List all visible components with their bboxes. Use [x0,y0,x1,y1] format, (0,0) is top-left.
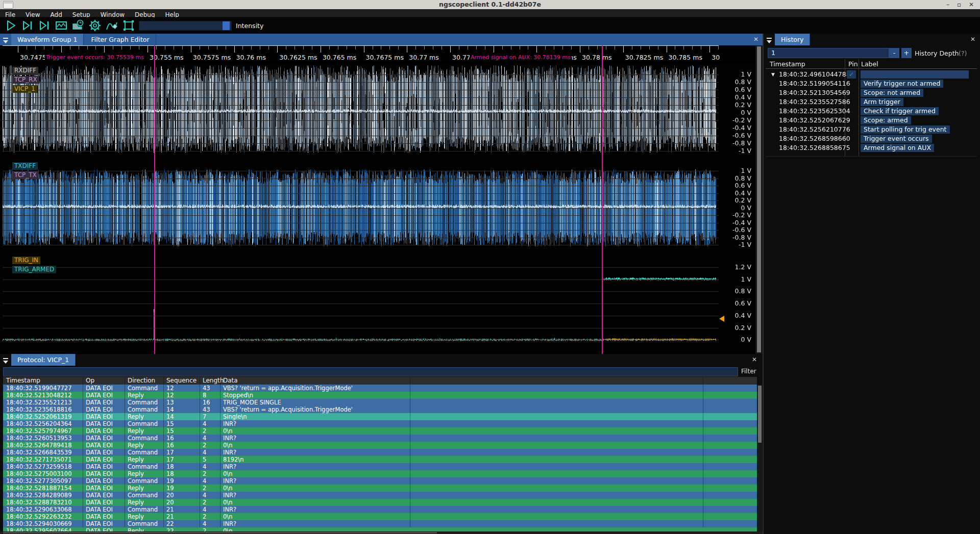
channel-label-txdiff[interactable]: TXDIFF [12,162,38,170]
protocol-row[interactable]: 18:40:32.5275003100DATA EOIReply1820\n [3,470,757,478]
trigger-setup-icon[interactable] [105,19,118,32]
channel-label-trig_armed[interactable]: TRIG_ARMED [12,266,56,273]
tab-waveform-group-1[interactable]: Waveform Group 1 [11,34,84,45]
protocol-row[interactable]: 18:40:32.5290633068DATA EOICommand214INR… [3,506,757,514]
history-column-label[interactable]: Label [861,60,878,68]
channel-label-vicp_1[interactable]: VICP_1 [12,85,37,93]
protocol-column-timestamp[interactable]: Timestamp [6,377,40,385]
protocol-row[interactable]: 18:40:32.5235618816DATA EOICommand1443VB… [3,406,757,414]
protocol-cell: DATA EOI [86,385,113,392]
history-label[interactable]: Verify trigger not armed [861,80,943,88]
protocol-row[interactable]: 18:40:32.5266843539DATA EOICommand174INR… [3,449,757,456]
expand-triangle-icon[interactable]: ▼ [771,72,775,77]
protocol-row[interactable]: 18:40:32.5264789418DATA EOIReply1620\n [3,442,757,449]
history-timestamp[interactable]: 18:40:32.5235625304 [779,107,850,115]
protocol-window-close-icon[interactable]: ✕ [750,355,758,364]
intensity-slider-handle[interactable] [223,21,230,30]
fullscreen-icon[interactable] [122,19,135,32]
time-tick-minor [329,46,330,49]
history-column-pin[interactable]: Pin [848,60,858,68]
protocol-cell: 18:40:32.5284289089 [6,492,71,499]
protocol-row[interactable]: 18:40:32.5294030669DATA EOICommand224INR… [3,520,757,528]
protocol-row[interactable]: 18:40:32.5271735071DATA EOIReply1758192\… [3,456,757,464]
protocol-vertical-scrollbar[interactable] [757,385,762,531]
protocol-row[interactable]: 18:40:32.5252061319DATA EOIReply147Singl… [3,413,757,421]
history-timestamp[interactable]: 18:40:32.5268858675 [779,144,850,151]
protocol-row[interactable]: 18:40:32.5273259518DATA EOICommand184INR… [3,463,757,471]
protocol-row[interactable]: 18:40:32.5213048212DATA EOIReply128Stopp… [3,392,757,399]
waveform-history-icon[interactable] [55,19,68,32]
pin-checkbox[interactable]: ✓ [847,70,856,79]
protocol-filter-input[interactable] [3,367,738,376]
protocol-row[interactable]: 18:40:32.5295607664DATA EOIReply2220\n [3,527,757,531]
channel-label-tcp_rx[interactable]: TCP_RX [12,76,39,84]
intensity-slider[interactable] [139,21,232,31]
history-timestamp[interactable]: 18:40:32.5252067629 [779,116,850,124]
protocol-horizontal-scrollbar[interactable] [0,531,763,534]
column-divider [163,377,164,527]
waveform-vertical-scrollbar[interactable] [755,45,763,354]
protocol-row[interactable]: 18:40:32.5199047727DATA EOICommand1243VB… [3,385,757,392]
timebase-clock-icon[interactable] [71,19,85,32]
waveform-canvas[interactable] [0,63,763,354]
time-axis[interactable]: 30.7475 ms30.75 ms30.7525 ms30.755 ms30.… [0,45,763,63]
time-tick [667,46,667,53]
collapse-arrow-icon[interactable] [3,36,9,43]
protocol-cell: 18:40:32.5295607664 [6,527,71,531]
force-trigger-icon[interactable] [38,19,51,32]
history-timestamp[interactable]: 18:40:32.5199054116 [779,80,850,87]
settings-gear-icon[interactable] [88,19,102,32]
waveform-plots[interactable]: 1 V0.8 V0.6 V0.4 V0.2 V0 V-0.2 V-0.4 V-0… [0,63,763,354]
protocol-column-data[interactable]: Data [223,377,238,385]
history-label[interactable]: Arm trigger [861,98,903,106]
history-label[interactable]: Start polling for trig event [861,125,950,134]
protocol-cell: 18:40:32.5281887154 [6,485,71,492]
protocol-column-direction[interactable]: Direction [128,377,155,385]
history-timestamp[interactable]: 18:40:32.5235527586 [779,98,850,106]
protocol-row[interactable]: 18:40:32.5235521213DATA EOICommand1316TR… [3,399,757,406]
history-label[interactable]: Armed signal on AUX [861,144,934,152]
waveform-window-close-icon[interactable]: ✕ [752,35,760,43]
maximize-button[interactable]: ▫ [953,1,965,9]
protocol-column-length[interactable]: Length [203,377,224,385]
protocol-row[interactable]: 18:40:32.5288783210DATA EOIReply2020\n [3,499,757,506]
trigger-cursor[interactable] [154,45,155,354]
protocol-cell: 17 [166,456,174,463]
history-timestamp[interactable]: 18:40:32.5256210776 [779,125,850,133]
single-arm-icon[interactable] [21,19,34,32]
protocol-row[interactable]: 18:40:32.5256204364DATA EOICommand154INR… [3,420,757,428]
protocol-column-sequence[interactable]: Sequence [166,377,197,385]
history-label-input[interactable] [861,70,969,79]
voltage-scale-label: 0.6 V [717,182,751,189]
time-axis-label: 30.78 ms [582,54,611,61]
armed-cursor[interactable] [602,45,603,354]
minimize-button[interactable]: – [942,1,953,9]
protocol-cell: 0\n [223,485,232,492]
protocol-row[interactable]: 18:40:32.5257974967DATA EOIReply1520\n [3,427,757,435]
history-label[interactable]: Check if trigger armed [861,107,939,115]
protocol-row[interactable]: 18:40:32.5281887154DATA EOIReply1920\n [3,485,757,492]
protocol-cell: Command [128,399,158,406]
channel-label-trig_in[interactable]: TRIG_IN [12,257,40,264]
history-label[interactable]: Scope: armed [861,116,911,124]
protocol-row[interactable]: 18:40:32.5292263232DATA EOIReply2120\n [3,513,757,521]
protocol-column-op[interactable]: Op [86,377,94,385]
channel-label-tcp_tx[interactable]: TCP_TX [12,171,39,179]
channel-label-rxdiff[interactable]: RXDIFF [12,67,38,74]
protocol-row[interactable]: 18:40:32.5277305097DATA EOICommand194INR… [3,477,757,485]
play-icon[interactable] [4,19,17,32]
tab-filter-graph-editor[interactable]: Filter Graph Editor [85,34,156,45]
protocol-row[interactable]: 18:40:32.5260513953DATA EOICommand164INR… [3,435,757,442]
trigger-level-arrow-icon[interactable] [719,316,724,322]
protocol-tab[interactable]: Protocol: VICP_1 [11,354,76,366]
history-timestamp[interactable]: 18:40:32.5213054569 [779,89,850,96]
gridline [3,267,719,268]
history-timestamp[interactable]: 18:40:32.5268598660 [779,135,850,142]
history-column-timestamp[interactable]: Timestamp [770,60,805,68]
history-timestamp[interactable]: 18:40:32.4961044788 [779,70,850,78]
close-button[interactable]: ✕ [966,1,977,9]
history-label[interactable]: Scope: not armed [861,89,923,97]
protocol-row[interactable]: 18:40:32.5284289089DATA EOICommand204INR… [3,492,757,499]
history-label[interactable]: Trigger event occurs [861,135,932,143]
collapse-arrow-icon[interactable] [3,357,9,363]
